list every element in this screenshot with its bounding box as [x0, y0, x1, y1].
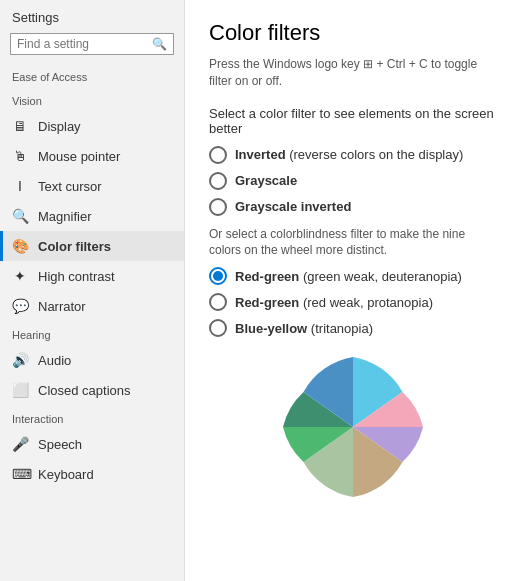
text-cursor-icon: I — [12, 178, 28, 194]
filter-grayscale[interactable]: Grayscale — [209, 172, 496, 190]
sidebar-item-keyboard-label: Keyboard — [38, 467, 94, 482]
ease-of-access-label: Ease of Access — [0, 63, 184, 87]
select-filter-label: Select a color filter to see elements on… — [209, 106, 496, 136]
sidebar-item-speech-label: Speech — [38, 437, 82, 452]
radio-grayscale[interactable] — [209, 172, 227, 190]
color-wheel-container — [209, 347, 496, 507]
filter-red-green-strong-label: Red-green (red weak, protanopia) — [235, 295, 433, 310]
filter-grayscale-label: Grayscale — [235, 173, 297, 188]
color-filters-icon: 🎨 — [12, 238, 28, 254]
colorblind-description: Or select a colorblindness filter to mak… — [209, 226, 496, 260]
sidebar-item-display-label: Display — [38, 119, 81, 134]
sidebar-item-text-cursor-label: Text cursor — [38, 179, 102, 194]
sidebar-item-mouse-pointer[interactable]: 🖱 Mouse pointer — [0, 141, 184, 171]
filter-red-green-weak[interactable]: Red-green (green weak, deuteranopia) — [209, 267, 496, 285]
main-content: Color filters Press the Windows logo key… — [185, 0, 520, 581]
radio-inverted[interactable] — [209, 146, 227, 164]
sidebar-item-magnifier[interactable]: 🔍 Magnifier — [0, 201, 184, 231]
filter-inverted[interactable]: Inverted (reverse colors on the display) — [209, 146, 496, 164]
closed-captions-icon: ⬜ — [12, 382, 28, 398]
sidebar-item-narrator-label: Narrator — [38, 299, 86, 314]
sidebar-item-closed-captions[interactable]: ⬜ Closed captions — [0, 375, 184, 405]
keyboard-icon: ⌨ — [12, 466, 28, 482]
filter-blue-yellow[interactable]: Blue-yellow (tritanopia) — [209, 319, 496, 337]
radio-red-green-weak[interactable] — [209, 267, 227, 285]
sidebar-item-display[interactable]: 🖥 Display — [0, 111, 184, 141]
mouse-pointer-icon: 🖱 — [12, 148, 28, 164]
search-input[interactable] — [17, 37, 152, 51]
sidebar: Settings 🔍 Ease of Access Vision 🖥 Displ… — [0, 0, 185, 581]
filter-grayscale-inverted[interactable]: Grayscale inverted — [209, 198, 496, 216]
search-icon: 🔍 — [152, 37, 167, 51]
filter-blue-yellow-label: Blue-yellow (tritanopia) — [235, 321, 373, 336]
sidebar-item-audio[interactable]: 🔊 Audio — [0, 345, 184, 375]
interaction-section-label: Interaction — [0, 405, 184, 429]
magnifier-icon: 🔍 — [12, 208, 28, 224]
radio-red-green-strong[interactable] — [209, 293, 227, 311]
narrator-icon: 💬 — [12, 298, 28, 314]
sidebar-item-high-contrast[interactable]: ✦ High contrast — [0, 261, 184, 291]
vision-section-label: Vision — [0, 87, 184, 111]
filter-inverted-label: Inverted (reverse colors on the display) — [235, 147, 463, 162]
sidebar-item-color-filters[interactable]: 🎨 Color filters — [0, 231, 184, 261]
search-box[interactable]: 🔍 — [10, 33, 174, 55]
sidebar-item-audio-label: Audio — [38, 353, 71, 368]
settings-title: Settings — [0, 0, 184, 33]
color-wheel — [273, 347, 433, 507]
sidebar-item-color-filters-label: Color filters — [38, 239, 111, 254]
shortcut-description: Press the Windows logo key ⊞ + Ctrl + C … — [209, 56, 496, 90]
filter-grayscale-inverted-label: Grayscale inverted — [235, 199, 351, 214]
sidebar-item-closed-captions-label: Closed captions — [38, 383, 131, 398]
sidebar-item-keyboard[interactable]: ⌨ Keyboard — [0, 459, 184, 489]
sidebar-item-narrator[interactable]: 💬 Narrator — [0, 291, 184, 321]
sidebar-item-magnifier-label: Magnifier — [38, 209, 91, 224]
filter-red-green-weak-label: Red-green (green weak, deuteranopia) — [235, 269, 462, 284]
sidebar-item-high-contrast-label: High contrast — [38, 269, 115, 284]
radio-blue-yellow[interactable] — [209, 319, 227, 337]
sidebar-item-mouse-pointer-label: Mouse pointer — [38, 149, 120, 164]
display-icon: 🖥 — [12, 118, 28, 134]
sidebar-item-text-cursor[interactable]: I Text cursor — [0, 171, 184, 201]
page-title: Color filters — [209, 20, 496, 46]
sidebar-item-speech[interactable]: 🎤 Speech — [0, 429, 184, 459]
filter-red-green-strong[interactable]: Red-green (red weak, protanopia) — [209, 293, 496, 311]
hearing-section-label: Hearing — [0, 321, 184, 345]
audio-icon: 🔊 — [12, 352, 28, 368]
speech-icon: 🎤 — [12, 436, 28, 452]
radio-grayscale-inverted[interactable] — [209, 198, 227, 216]
high-contrast-icon: ✦ — [12, 268, 28, 284]
